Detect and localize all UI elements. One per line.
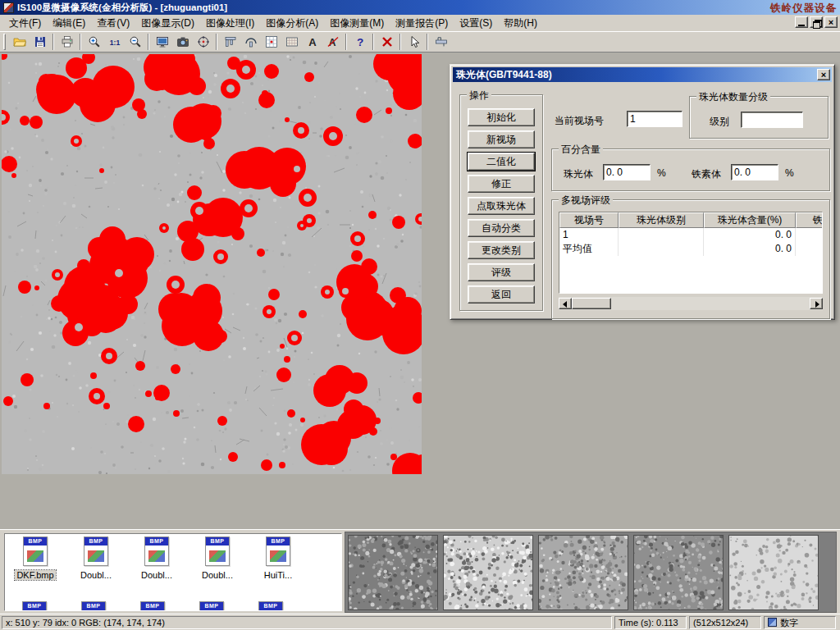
- bmp-icon-label: BMP: [23, 602, 46, 610]
- grading-group-label: 珠光体数量分级: [696, 90, 770, 104]
- new-field-button[interactable]: 新视场: [468, 130, 535, 148]
- menu-edit[interactable]: 编辑(E): [47, 15, 91, 32]
- thumbnail-image[interactable]: [633, 535, 724, 610]
- mdi-close-button[interactable]: ×: [824, 16, 838, 28]
- caliper-button[interactable]: [220, 33, 240, 51]
- bmp-file-icon[interactable]: BMP: [140, 601, 165, 611]
- scroll-right-button[interactable]: [810, 298, 823, 309]
- bmp-icon-label: BMP: [206, 537, 229, 546]
- svg-text:1:1: 1:1: [109, 39, 120, 47]
- text-button[interactable]: A: [302, 33, 322, 51]
- percent-group-label: 百分含量: [559, 143, 603, 157]
- file-item[interactable]: BMPDoubl...: [126, 536, 187, 596]
- pointer-button[interactable]: [404, 33, 424, 51]
- table-cell: 平均值: [559, 242, 619, 256]
- caliper-icon: [224, 35, 237, 48]
- dialog-title: 珠光体(GB/T9441-88): [456, 68, 817, 82]
- table-hscrollbar[interactable]: [559, 297, 823, 310]
- toolbar-drag-handle[interactable]: [3, 34, 6, 50]
- micrometer-button[interactable]: [240, 33, 261, 51]
- menu-file[interactable]: 文件(F): [3, 15, 47, 32]
- dialog-close-button[interactable]: ×: [817, 69, 830, 80]
- menu-image-process[interactable]: 图像处理(I): [200, 15, 260, 32]
- thumbnail-image[interactable]: [348, 535, 438, 610]
- pearlite-input[interactable]: [603, 164, 651, 180]
- table-cell: [796, 228, 823, 242]
- file-list[interactable]: BMPDKF.bmpBMPDoubl...BMPDoubl...BMPDoubl…: [4, 533, 342, 611]
- zoom-out-button[interactable]: [125, 33, 145, 51]
- table-row[interactable]: 平均值0. 0: [559, 242, 822, 256]
- file-name: HuiTi...: [262, 570, 294, 580]
- table-header-cell: 铁素体含量(%): [796, 212, 823, 228]
- text-strike-button[interactable]: A: [322, 33, 343, 51]
- grid-measure-button[interactable]: [261, 33, 281, 51]
- delete-button[interactable]: [377, 33, 397, 51]
- menu-image-analysis[interactable]: 图像分析(A): [260, 15, 324, 32]
- thumbnail-image[interactable]: [443, 535, 533, 610]
- thumbnail-image[interactable]: [538, 535, 628, 610]
- actual-size-button[interactable]: 1:1: [104, 33, 125, 51]
- delete-icon: [381, 35, 394, 48]
- status-mode: 数字: [764, 616, 836, 629]
- file-item[interactable]: BMPDKF.bmp: [5, 536, 66, 596]
- ferrite-input[interactable]: [731, 164, 778, 180]
- multifield-group: 多视场评级 视场号珠光体级别珠光体含量(%)铁素体含量(%) 10. 0平均值0…: [551, 199, 830, 319]
- change-category-button[interactable]: 更改类别: [468, 241, 535, 259]
- file-item[interactable]: BMPHuiTi...: [248, 536, 308, 596]
- menu-help[interactable]: 帮助(H): [498, 15, 543, 32]
- stage-icon: [285, 35, 299, 48]
- monitor-button[interactable]: [152, 33, 172, 51]
- gauge-button[interactable]: [431, 33, 451, 51]
- bmp-file-icon[interactable]: BMP: [81, 601, 106, 611]
- menu-image-measure[interactable]: 图像测量(M): [324, 15, 390, 32]
- auto-classify-button[interactable]: 自动分类: [468, 219, 535, 237]
- pearlite-unit: %: [657, 167, 666, 179]
- bmp-file-icon: BMP: [266, 536, 290, 566]
- toolbar-separator: [372, 34, 374, 50]
- rate-button[interactable]: 评级: [468, 263, 535, 281]
- table-row[interactable]: 10. 0: [559, 228, 822, 242]
- status-cursor-position: x: 510 y: 79 idx: 0 RGB: (174, 174, 174): [2, 616, 612, 629]
- help-button[interactable]: ?: [349, 33, 370, 51]
- menu-view[interactable]: 查看(V): [91, 15, 135, 32]
- micrograph-image[interactable]: [2, 54, 422, 474]
- initialize-button[interactable]: 初始化: [468, 108, 535, 126]
- bmp-icon-label: BMP: [141, 602, 164, 610]
- return-button[interactable]: 返回: [468, 285, 535, 304]
- dialog-titlebar[interactable]: 珠光体(GB/T9441-88) ×: [453, 67, 832, 82]
- bmp-file-icon[interactable]: BMP: [22, 601, 47, 611]
- toolbar-separator: [427, 34, 428, 50]
- bmp-file-icon[interactable]: BMP: [258, 601, 283, 611]
- scrollbar-track[interactable]: [611, 298, 810, 309]
- scroll-left-button[interactable]: [559, 298, 572, 309]
- file-item[interactable]: BMPDoubl...: [187, 536, 248, 596]
- folder-open-button[interactable]: [9, 33, 30, 51]
- table-cell: [796, 242, 823, 256]
- table-cell: 0. 0: [704, 228, 796, 242]
- binarize-button[interactable]: 二值化: [468, 153, 535, 171]
- scrollbar-thumb[interactable]: [572, 298, 611, 309]
- level-input[interactable]: [741, 112, 803, 128]
- menu-settings[interactable]: 设置(S): [454, 15, 498, 32]
- save-button[interactable]: [30, 33, 50, 51]
- correct-button[interactable]: 修正: [468, 175, 535, 193]
- pick-pearlite-button[interactable]: 点取珠光体: [468, 197, 535, 215]
- bmp-file-icon[interactable]: BMP: [199, 601, 224, 611]
- multifield-table[interactable]: 视场号珠光体级别珠光体含量(%)铁素体含量(%) 10. 0平均值0. 0: [559, 212, 823, 294]
- thumbnail-image[interactable]: [728, 535, 819, 610]
- aperture-button[interactable]: [193, 33, 213, 51]
- stage-button[interactable]: [281, 33, 302, 51]
- camera-button[interactable]: [172, 33, 193, 51]
- status-time: Time (s): 0.113: [614, 616, 687, 629]
- current-field-input[interactable]: [627, 111, 682, 127]
- print-button[interactable]: [57, 33, 77, 51]
- zoom-in-button[interactable]: [84, 33, 104, 51]
- mdi-restore-button[interactable]: [810, 16, 823, 28]
- mdi-minimize-button[interactable]: [795, 16, 808, 28]
- table-header-row: 视场号珠光体级别珠光体含量(%)铁素体含量(%): [559, 212, 822, 228]
- file-name: Doubl...: [139, 570, 174, 580]
- print-icon: [61, 35, 74, 48]
- menu-image-display[interactable]: 图像显示(D): [135, 15, 200, 32]
- file-item[interactable]: BMPDoubl...: [66, 536, 126, 596]
- menu-measure-report[interactable]: 测量报告(P): [390, 15, 454, 32]
